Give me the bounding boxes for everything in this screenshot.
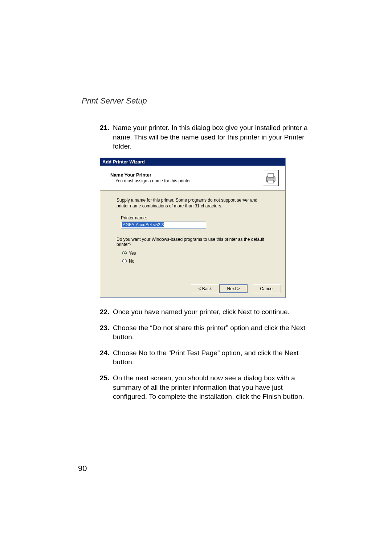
printer-icon xyxy=(263,170,279,186)
radio-no-label: No xyxy=(129,259,134,264)
step-24: 24. Choose No to the “Print Test Page” o… xyxy=(100,348,310,367)
step-text: On the next screen, you should now see a… xyxy=(113,373,310,401)
wizard-header-subtitle: You must assign a name for this printer. xyxy=(110,178,263,183)
step-25: 25. On the next screen, you should now s… xyxy=(100,373,310,401)
step-text: Name your printer. In this dialog box gi… xyxy=(113,123,310,151)
radio-yes[interactable]: Yes xyxy=(122,251,269,256)
radio-selected-icon xyxy=(122,251,127,255)
svg-point-3 xyxy=(273,177,274,178)
printer-name-input[interactable]: AGFA-AccuSet v52.3 xyxy=(121,222,206,229)
step-number: 23. xyxy=(100,323,113,342)
step-number: 21. xyxy=(100,123,113,151)
default-printer-question: Do you want your Windows-based programs … xyxy=(117,237,269,247)
step-text: Once you have named your printer, click … xyxy=(113,307,310,317)
step-text: Choose the “Do not share this printer” o… xyxy=(113,323,310,342)
back-button[interactable]: < Back xyxy=(191,284,219,293)
cancel-button[interactable]: Cancel xyxy=(253,284,281,293)
step-21: 21. Name your printer. In this dialog bo… xyxy=(100,123,310,151)
section-heading: Print Server Setup xyxy=(82,96,310,106)
step-number: 24. xyxy=(100,348,113,367)
printer-name-value: AGFA-AccuSet v52.3 xyxy=(122,222,164,227)
step-number: 22. xyxy=(100,307,113,317)
svg-rect-2 xyxy=(268,180,274,183)
printer-name-label: Printer name: xyxy=(121,215,269,220)
add-printer-wizard-dialog: Add Printer Wizard Name Your Printer You… xyxy=(100,158,286,298)
radio-no[interactable]: No xyxy=(122,259,269,264)
step-text: Choose No to the “Print Test Page” optio… xyxy=(113,348,310,367)
step-number: 25. xyxy=(100,373,113,401)
svg-rect-1 xyxy=(268,174,274,177)
step-23: 23. Choose the “Do not share this printe… xyxy=(100,323,310,342)
wizard-header: Name Your Printer You must assign a name… xyxy=(100,166,285,191)
radio-unselected-icon xyxy=(122,259,127,263)
wizard-footer: < Back Next > Cancel xyxy=(100,280,285,297)
next-button[interactable]: Next > xyxy=(219,284,248,293)
dialog-titlebar: Add Printer Wizard xyxy=(100,158,285,166)
page-number: 90 xyxy=(78,464,87,473)
radio-yes-label: Yes xyxy=(129,251,136,256)
wizard-header-title: Name Your Printer xyxy=(110,172,263,178)
wizard-instruction: Supply a name for this printer. Some pro… xyxy=(117,197,269,209)
wizard-body: Supply a name for this printer. Some pro… xyxy=(100,191,285,280)
step-22: 22. Once you have named your printer, cl… xyxy=(100,307,310,317)
